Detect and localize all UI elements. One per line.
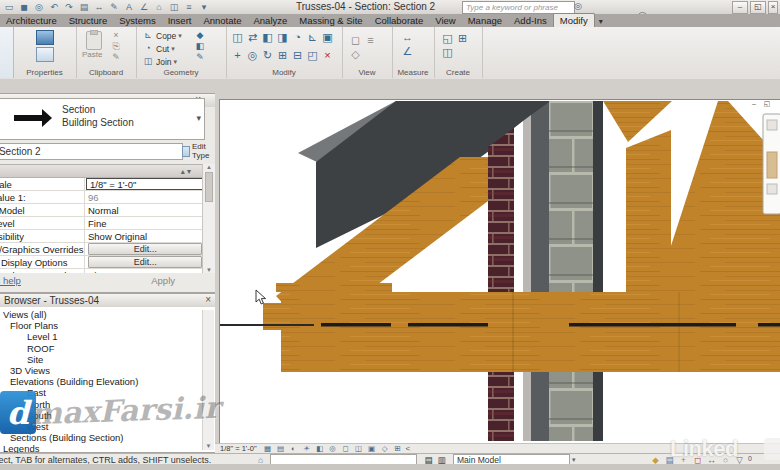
move-icon[interactable]: + xyxy=(230,48,245,62)
pen-icon[interactable]: ✎ xyxy=(108,2,120,13)
tab-overflow-dropdown-icon[interactable]: ▾ xyxy=(595,16,607,27)
shadows-icon[interactable]: ◧ xyxy=(315,444,325,453)
lock-view-icon[interactable]: ▣ xyxy=(367,444,377,453)
copy-clip-icon[interactable]: ⎘ xyxy=(110,41,122,52)
display-model-value[interactable]: Normal xyxy=(85,204,205,216)
view-ghost-icon[interactable]: ◻ xyxy=(348,33,363,47)
tab-collaborate[interactable]: Collaborate xyxy=(369,14,430,27)
parts-visibility-value[interactable]: Show Original xyxy=(85,230,205,242)
modify-panel-label[interactable]: Modify xyxy=(226,68,342,77)
mirror-icon[interactable]: ◧ xyxy=(260,30,275,44)
tab-annotate[interactable]: Annotate xyxy=(197,14,247,27)
view-panel-label[interactable]: View xyxy=(342,68,392,77)
text-icon[interactable]: A xyxy=(123,2,135,13)
paste-icon[interactable] xyxy=(86,31,102,50)
cut-button[interactable]: ◔Cut▾ xyxy=(142,42,182,55)
graphics-group-header[interactable]: Graphics ▴ ▾ xyxy=(0,164,205,178)
measure-icon[interactable]: ↔ xyxy=(93,2,105,13)
tab-systems[interactable]: Systems xyxy=(113,14,161,27)
scale-icon[interactable]: ▦ xyxy=(263,444,273,453)
navigation-bar[interactable] xyxy=(763,114,780,214)
vg-overrides-edit-button[interactable]: Edit... xyxy=(88,243,202,255)
split-face-icon[interactable]: ◧ xyxy=(194,41,206,52)
properties-scrollbar[interactable]: ▲ ▼ xyxy=(202,164,215,273)
browser-item-north[interactable]: North xyxy=(0,399,215,410)
scrollbar-thumb[interactable] xyxy=(205,172,213,202)
measure-line-icon[interactable]: ↔ xyxy=(400,30,415,44)
isolate-icon[interactable]: ◇ xyxy=(380,444,390,453)
demolish-icon[interactable]: ✎ xyxy=(194,52,206,63)
join-button[interactable]: ◫Join▾ xyxy=(142,55,182,68)
thin-lines-icon[interactable]: ≡ xyxy=(183,2,195,13)
worksharing-key-icon[interactable]: ◆ xyxy=(650,455,661,465)
add-user-icon[interactable]: + xyxy=(678,455,689,465)
measure-angle-icon[interactable]: ∠ xyxy=(400,44,415,58)
view-restore-icon[interactable]: ◱ xyxy=(762,100,772,108)
wall-inner-face[interactable] xyxy=(593,101,603,441)
properties-list-icon[interactable] xyxy=(36,47,54,62)
exclude-icon[interactable]: ◻ xyxy=(692,455,703,465)
view-line-icon[interactable]: ≡ xyxy=(363,33,378,47)
browser-item-3d-views[interactable]: 3D Views xyxy=(0,365,215,376)
3d-view-icon[interactable]: ⌂ xyxy=(153,2,165,13)
paint-icon[interactable]: ◆ xyxy=(194,30,206,41)
tab-add-ins[interactable]: Add-Ins xyxy=(508,14,553,27)
browser-item-elevations-building-elevation-[interactable]: Elevations (Building Elevation) xyxy=(0,376,215,387)
browser-scroll-down-icon[interactable]: ▼ xyxy=(203,443,214,449)
tab-architecture[interactable]: Architecture xyxy=(0,14,63,27)
tab-insert[interactable]: Insert xyxy=(162,14,198,27)
properties-help-link[interactable]: Properties help xyxy=(0,275,21,286)
undo-icon[interactable]: ↶ xyxy=(48,2,60,13)
scale-icon[interactable]: ⊟ xyxy=(290,48,305,62)
tab-modify[interactable]: Modify xyxy=(553,13,595,27)
pin-icon[interactable]: ▣ xyxy=(320,30,335,44)
design-options-icon[interactable]: ▤ xyxy=(423,455,434,465)
unpin-icon[interactable]: ◰ xyxy=(305,48,320,62)
sun-path-icon[interactable]: ☀ xyxy=(302,444,312,453)
browser-item-floor-plans[interactable]: Floor Plans xyxy=(0,320,215,331)
zoom-tool-icon[interactable] xyxy=(767,184,777,194)
design-option-dropdown-icon[interactable]: ▾ xyxy=(572,456,576,464)
dimension-icon[interactable]: ∠ xyxy=(138,2,150,13)
project-browser-header[interactable]: Browser - Trusses-04 × xyxy=(0,294,215,307)
background-process-icon[interactable]: ○ xyxy=(720,455,731,465)
top-plate[interactable] xyxy=(276,283,392,292)
truss-bottom-chord[interactable] xyxy=(281,292,780,372)
cope-button[interactable]: ⊾Cope▾ xyxy=(142,29,182,42)
crop-view-icon[interactable]: ◻ xyxy=(341,444,351,453)
air-gap[interactable] xyxy=(514,121,523,441)
paste-label[interactable]: Paste xyxy=(82,50,102,59)
brick-veneer[interactable] xyxy=(488,128,514,441)
apply-button[interactable]: Apply xyxy=(151,275,175,286)
browser-item-views-all-[interactable]: Views (all) xyxy=(0,309,215,320)
browser-item-sections-building-section-[interactable]: Sections (Building Section) xyxy=(0,432,215,443)
viewbar-collapse-icon[interactable]: < xyxy=(406,444,411,453)
print-icon[interactable]: ▤ xyxy=(78,2,90,13)
select-toggle-icon[interactable]: ↔ xyxy=(706,455,717,465)
tab-structure[interactable]: Structure xyxy=(63,14,114,27)
browser-scrollbar[interactable]: ▼ xyxy=(202,310,214,450)
save-icon[interactable]: ◼ xyxy=(18,2,30,13)
section-view-canvas[interactable] xyxy=(220,100,780,441)
detail-level-value[interactable]: Fine xyxy=(85,217,205,229)
wall-core[interactable] xyxy=(531,102,549,441)
tab-analyze[interactable]: Analyze xyxy=(247,14,293,27)
options-pick-icon[interactable]: ▥ xyxy=(436,455,447,465)
search-go-icon[interactable]: ◎ xyxy=(572,1,584,12)
geometry-panel-label[interactable]: Geometry xyxy=(136,68,226,77)
browser-item-east[interactable]: East xyxy=(0,387,215,398)
type-selector-dropdown-icon[interactable]: ▾ xyxy=(196,113,201,123)
open-icon[interactable]: ▭ xyxy=(3,2,15,13)
array-icon[interactable]: ⊞ xyxy=(275,48,290,62)
browser-item-west[interactable]: West xyxy=(0,421,215,432)
restore-button[interactable]: ◱ xyxy=(750,1,766,14)
split-icon[interactable]: ◔ xyxy=(290,30,305,44)
editing-requests-icon[interactable]: ▤ xyxy=(664,455,675,465)
legend-component-icon[interactable]: ◱ xyxy=(440,31,455,45)
scroll-up-icon[interactable]: ▲ xyxy=(203,164,215,170)
offset-icon[interactable]: ⇄ xyxy=(245,30,260,44)
view-filter-combobox[interactable]: Section: Section 2 xyxy=(0,143,183,160)
trim-icon[interactable]: ⊾ xyxy=(305,30,320,44)
worksets-icon[interactable]: ⌂ xyxy=(255,455,266,465)
graphic-display-edit-button[interactable]: Edit... xyxy=(88,256,202,268)
